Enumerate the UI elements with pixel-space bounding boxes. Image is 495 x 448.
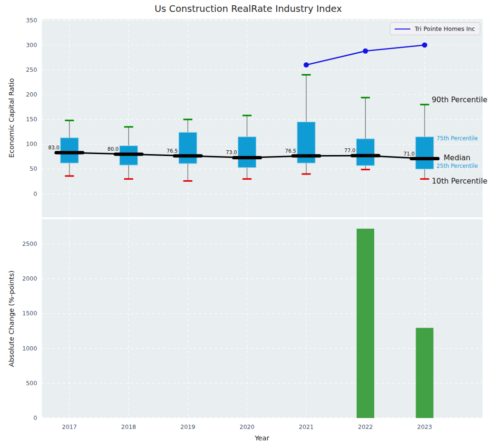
chart-figure: Us Construction RealRate Industry Index … xyxy=(0,0,495,448)
y-tick-label: 1500 xyxy=(0,310,37,317)
bottom-y-axis-label: Absolute Change (%-points) xyxy=(8,271,15,367)
y-tick-label: 2000 xyxy=(0,275,37,282)
boxplot-panel: 83.080.076.573.076.577.071.0 xyxy=(42,19,483,217)
median-value-label: 77.0 xyxy=(344,147,355,153)
x-tick-label: 2021 xyxy=(287,423,325,431)
x-tick-label: 2018 xyxy=(110,423,148,431)
bar-canvas xyxy=(42,219,483,418)
median-value-label: 76.5 xyxy=(285,148,296,154)
bar-panel xyxy=(42,219,483,418)
annotation-90th-percentile: 90th Percentile xyxy=(432,96,487,104)
x-tick-label: 2023 xyxy=(406,423,444,431)
x-tick-label: 2017 xyxy=(50,423,88,431)
iqr-box xyxy=(179,132,197,164)
y-tick-label: 500 xyxy=(0,380,37,387)
plot-background xyxy=(42,19,483,217)
company-marker xyxy=(363,49,368,54)
y-tick-label: 300 xyxy=(0,41,37,49)
legend-line-swatch-icon xyxy=(395,29,410,29)
boxplot-canvas: 83.080.076.573.076.577.071.0 xyxy=(42,19,483,217)
median-value-label: 76.5 xyxy=(167,148,178,154)
y-tick-label: 350 xyxy=(0,17,37,24)
y-tick-label: 50 xyxy=(0,165,37,173)
median-value-label: 83.0 xyxy=(49,145,59,150)
y-tick-label: 0 xyxy=(0,190,37,198)
median-value-label: 73.0 xyxy=(226,149,237,155)
y-tick-label: 200 xyxy=(0,91,37,98)
x-tick-label: 2020 xyxy=(228,423,266,431)
iqr-box xyxy=(416,137,434,169)
x-tick-label: 2022 xyxy=(347,423,385,431)
y-tick-label: 0 xyxy=(0,414,37,422)
iqr-box xyxy=(357,139,375,166)
legend-label: Tri Pointe Homes Inc xyxy=(415,25,475,32)
iqr-box xyxy=(238,137,256,168)
x-axis-label: Year xyxy=(255,434,270,442)
annotation-75th-percentile: 75th Percentile xyxy=(437,136,478,142)
bar xyxy=(357,229,374,418)
legend: Tri Pointe Homes Inc xyxy=(390,22,480,35)
y-tick-label: 1000 xyxy=(0,345,37,352)
annotation-median: Median xyxy=(444,154,470,162)
median-value-label: 71.0 xyxy=(404,151,415,156)
iqr-box xyxy=(60,138,78,163)
x-tick-label: 2019 xyxy=(169,423,207,431)
annotation-25th-percentile: 25th Percentile xyxy=(437,163,478,169)
y-tick-label: 2500 xyxy=(0,240,37,248)
y-tick-label: 100 xyxy=(0,140,37,148)
y-tick-label: 150 xyxy=(0,116,37,123)
y-tick-label: 250 xyxy=(0,66,37,74)
company-marker xyxy=(304,62,309,68)
annotation-10th-percentile: 10th Percentile xyxy=(432,177,487,185)
chart-title: Us Construction RealRate Industry Index xyxy=(155,3,342,14)
company-marker xyxy=(422,42,427,48)
bar xyxy=(416,328,434,418)
median-value-label: 80.0 xyxy=(107,146,118,152)
